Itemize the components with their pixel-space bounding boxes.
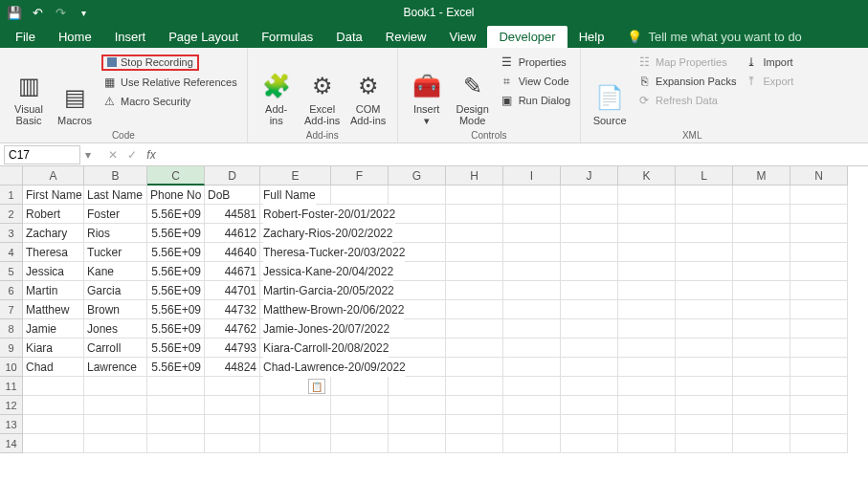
cell-H14[interactable] — [446, 434, 503, 453]
column-header-H[interactable]: H — [446, 166, 503, 186]
cell-C11[interactable] — [147, 377, 205, 396]
view-code-button[interactable]: ⌗ View Code — [498, 73, 572, 90]
design-mode-button[interactable]: ✎ Design Mode — [452, 52, 494, 128]
cell-L5[interactable] — [676, 262, 733, 281]
column-header-M[interactable]: M — [733, 166, 790, 186]
cell-H13[interactable] — [446, 415, 503, 434]
cell-J2[interactable] — [561, 205, 618, 224]
visual-basic-button[interactable]: ▥ Visual Basic — [8, 52, 50, 128]
name-box[interactable]: C17 — [4, 145, 80, 164]
cell-B4[interactable]: Tucker — [84, 243, 147, 262]
row-header-6[interactable]: 6 — [0, 281, 23, 300]
cell-K13[interactable] — [618, 415, 676, 434]
cell-M5[interactable] — [733, 262, 790, 281]
cell-M4[interactable] — [733, 243, 790, 262]
com-addins-button[interactable]: ⚙ COM Add-ins — [347, 52, 389, 128]
cell-I5[interactable] — [503, 262, 561, 281]
redo-icon[interactable]: ↷ — [52, 4, 69, 21]
cell-M13[interactable] — [733, 415, 790, 434]
cell-A3[interactable]: Zachary — [23, 224, 84, 243]
cell-N8[interactable] — [790, 319, 848, 339]
cell-N4[interactable] — [790, 243, 848, 262]
cell-K8[interactable] — [618, 319, 676, 339]
cell-A2[interactable]: Robert — [23, 205, 84, 224]
run-dialog-button[interactable]: ▣ Run Dialog — [498, 92, 572, 109]
properties-button[interactable]: ☰ Properties — [498, 54, 572, 71]
cell-J5[interactable] — [561, 262, 618, 281]
cell-M9[interactable] — [733, 339, 790, 358]
cell-A12[interactable] — [23, 396, 84, 415]
cell-L11[interactable] — [676, 377, 733, 396]
row-header-7[interactable]: 7 — [0, 300, 23, 319]
cell-H9[interactable] — [446, 339, 503, 358]
column-header-I[interactable]: I — [503, 166, 561, 186]
cell-B7[interactable]: Brown — [84, 300, 147, 319]
cell-D3[interactable]: 44612 — [205, 224, 260, 243]
cell-J13[interactable] — [561, 415, 618, 434]
cell-D2[interactable]: 44581 — [205, 205, 260, 224]
row-header-1[interactable]: 1 — [0, 186, 23, 205]
cell-E2[interactable]: Robert-Foster-20/01/2022 — [260, 205, 331, 224]
cell-L6[interactable] — [676, 281, 733, 300]
column-header-F[interactable]: F — [331, 166, 389, 186]
tab-page-layout[interactable]: Page Layout — [157, 26, 250, 48]
cell-C9[interactable]: 5.56E+09 — [147, 339, 205, 358]
cell-M8[interactable] — [733, 319, 790, 339]
cell-K14[interactable] — [618, 434, 676, 453]
cell-H5[interactable] — [446, 262, 503, 281]
column-header-N[interactable]: N — [790, 166, 848, 186]
cell-M14[interactable] — [733, 434, 790, 453]
cell-L12[interactable] — [676, 396, 733, 415]
cell-D13[interactable] — [205, 415, 260, 434]
cell-M10[interactable] — [733, 358, 790, 377]
cell-G12[interactable] — [389, 396, 446, 415]
cell-G14[interactable] — [389, 434, 446, 453]
tab-help[interactable]: Help — [568, 26, 616, 48]
cell-C10[interactable]: 5.56E+09 — [147, 358, 205, 377]
cell-G6[interactable] — [389, 281, 446, 300]
cell-B10[interactable]: Lawrence — [84, 358, 147, 377]
cell-I7[interactable] — [503, 300, 561, 319]
cell-I1[interactable] — [503, 186, 561, 205]
cell-J7[interactable] — [561, 300, 618, 319]
cell-J4[interactable] — [561, 243, 618, 262]
cell-D7[interactable]: 44732 — [205, 300, 260, 319]
cell-L7[interactable] — [676, 300, 733, 319]
cell-E1[interactable]: Full Name — [260, 186, 331, 205]
cell-G5[interactable] — [389, 262, 446, 281]
cell-H1[interactable] — [446, 186, 503, 205]
cell-J10[interactable] — [561, 358, 618, 377]
column-header-D[interactable]: D — [205, 166, 260, 186]
name-box-dropdown-icon[interactable]: ▾ — [80, 148, 96, 162]
cell-N3[interactable] — [790, 224, 848, 243]
cell-D9[interactable]: 44793 — [205, 339, 260, 358]
cell-I8[interactable] — [503, 319, 561, 339]
cell-E7[interactable]: Matthew-Brown-20/06/2022 — [260, 300, 331, 319]
cell-E10[interactable]: Chad-Lawrence-20/09/2022 — [260, 358, 331, 377]
use-relative-references-button[interactable]: ▦ Use Relative References — [100, 74, 239, 91]
cell-I2[interactable] — [503, 205, 561, 224]
cell-N2[interactable] — [790, 205, 848, 224]
column-header-J[interactable]: J — [561, 166, 618, 186]
cell-I10[interactable] — [503, 358, 561, 377]
cell-L1[interactable] — [676, 186, 733, 205]
cell-L9[interactable] — [676, 339, 733, 358]
cancel-icon[interactable]: ✕ — [103, 148, 122, 162]
cell-K9[interactable] — [618, 339, 676, 358]
cell-D14[interactable] — [205, 434, 260, 453]
paste-options-icon[interactable]: 📋 — [308, 379, 325, 394]
cell-M12[interactable] — [733, 396, 790, 415]
cell-J14[interactable] — [561, 434, 618, 453]
tab-review[interactable]: Review — [374, 26, 438, 48]
cell-N10[interactable] — [790, 358, 848, 377]
cell-C6[interactable]: 5.56E+09 — [147, 281, 205, 300]
cell-E9[interactable]: Kiara-Carroll-20/08/2022 — [260, 339, 331, 358]
cell-C13[interactable] — [147, 415, 205, 434]
cell-J9[interactable] — [561, 339, 618, 358]
cell-K12[interactable] — [618, 396, 676, 415]
column-header-E[interactable]: E — [260, 166, 331, 186]
cell-D4[interactable]: 44640 — [205, 243, 260, 262]
row-header-12[interactable]: 12 — [0, 396, 23, 415]
addins-button[interactable]: 🧩 Add- ins — [256, 52, 298, 128]
cell-L3[interactable] — [676, 224, 733, 243]
